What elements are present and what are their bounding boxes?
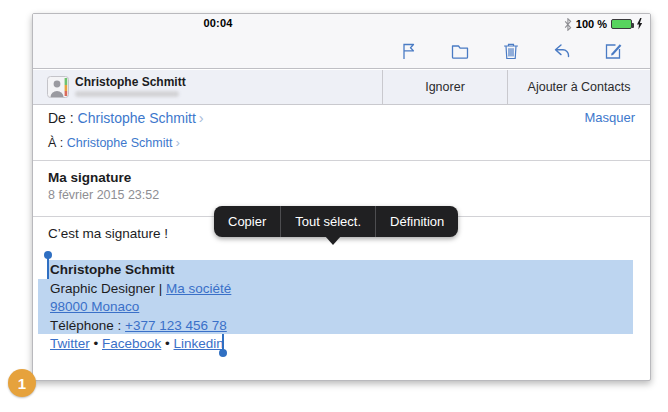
battery-percent-label: 100 %	[576, 18, 607, 30]
from-label: De :	[48, 110, 74, 126]
status-bar: 00:04 100 %	[33, 14, 650, 34]
signature-address-line: 98000 Monaco	[50, 298, 231, 317]
bluetooth-icon	[564, 18, 572, 31]
signature-phone-line: Téléphone : +377 123 456 78	[50, 317, 231, 336]
from-row: De : Christophe Schmitt›	[48, 110, 204, 126]
sender-name: Christophe Schmitt	[75, 75, 186, 89]
facebook-link[interactable]: Facebook	[102, 336, 161, 351]
signature-social-line: Twitter • Facebook • Linkedin	[50, 335, 231, 354]
chevron-right-icon: ›	[175, 135, 179, 150]
twitter-link[interactable]: Twitter	[50, 336, 90, 351]
folder-icon[interactable]	[450, 41, 470, 61]
mail-app-screenshot: 00:04 100 %	[32, 13, 651, 381]
hide-details-link[interactable]: Masquer	[584, 110, 635, 125]
compose-icon[interactable]	[603, 41, 623, 61]
status-time: 00:04	[183, 17, 253, 29]
signature-name: Christophe Schmitt	[50, 261, 231, 280]
company-link[interactable]: Ma société	[166, 281, 231, 296]
selection-end-handle[interactable]	[219, 349, 227, 357]
sender-email-redacted	[75, 91, 179, 97]
date-line: 8 février 2015 23:52	[48, 188, 159, 202]
reply-icon[interactable]	[552, 41, 572, 61]
to-row: À : Christophe Schmitt›	[48, 135, 180, 150]
charging-bolt-icon	[636, 18, 643, 30]
phone-link[interactable]: +377 123 456 78	[125, 318, 227, 333]
email-signature: Christophe Schmitt Graphic Designer | Ma…	[50, 261, 231, 354]
status-right-cluster: 100 %	[564, 14, 643, 34]
flag-icon[interactable]	[399, 41, 419, 61]
sender-actions: Ignorer Ajouter à Contacts	[382, 70, 650, 104]
selection-end-caret[interactable]	[222, 334, 224, 350]
trash-icon[interactable]	[501, 41, 521, 61]
header-divider	[33, 160, 650, 161]
subject-line: Ma signature	[48, 170, 131, 185]
definition-menu-item[interactable]: Définition	[376, 206, 458, 237]
battery-icon	[611, 19, 632, 29]
address-link[interactable]: 98000 Monaco	[50, 299, 139, 314]
add-to-contacts-button[interactable]: Ajouter à Contacts	[507, 70, 650, 104]
linkedin-link[interactable]: Linkedin	[174, 336, 224, 351]
text-selection-context-menu: Copier Tout sélect. Définition	[214, 206, 458, 237]
to-name-link[interactable]: Christophe Schmitt	[67, 136, 173, 150]
contact-avatar-icon	[47, 76, 69, 98]
selection-start-caret[interactable]	[47, 258, 49, 279]
copy-menu-item[interactable]: Copier	[214, 206, 280, 237]
to-label: À :	[48, 136, 63, 150]
step-annotation-badge: 1	[8, 369, 36, 397]
select-all-menu-item[interactable]: Tout sélect.	[281, 206, 375, 237]
ignore-button[interactable]: Ignorer	[382, 70, 507, 104]
email-body-text: C’est ma signature !	[48, 226, 168, 241]
mail-toolbar	[33, 34, 650, 69]
signature-role-line: Graphic Designer | Ma société	[50, 280, 231, 299]
chevron-right-icon: ›	[199, 110, 204, 126]
page-canvas: 00:04 100 %	[0, 0, 668, 412]
sender-row: Christophe Schmitt Ignorer Ajouter à Con…	[33, 70, 650, 105]
from-name-link[interactable]: Christophe Schmitt	[78, 110, 196, 126]
context-menu-pointer	[325, 236, 341, 245]
